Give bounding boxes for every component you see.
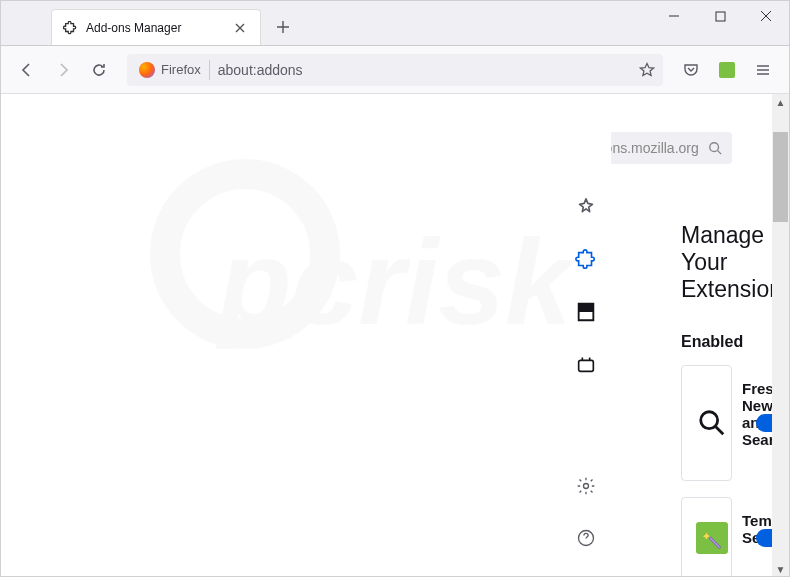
browser-tab[interactable]: Add-ons Manager xyxy=(51,9,261,45)
category-sidebar xyxy=(561,94,611,577)
svg-rect-3 xyxy=(579,304,594,310)
scroll-down-icon[interactable]: ▼ xyxy=(772,561,789,577)
minimize-button[interactable] xyxy=(651,0,697,32)
find-more-row: Find more add-ons xyxy=(681,114,732,182)
content-area: pcrisk Find more add-ons xyxy=(1,94,789,577)
main-panel: Find more add-ons Manage Your Extensions… xyxy=(611,94,772,577)
back-button[interactable] xyxy=(11,54,43,86)
extension-card[interactable]: Freshy Newtab and Search This add-on req… xyxy=(681,365,732,481)
svg-point-2 xyxy=(165,174,325,334)
titlebar: Add-ons Manager xyxy=(1,1,789,46)
page-title: Manage Your Extensions xyxy=(681,222,772,303)
svg-point-5 xyxy=(584,484,589,489)
extension-toggle[interactable] xyxy=(756,529,772,547)
svg-text:pcrisk: pcrisk xyxy=(215,215,577,349)
search-icon xyxy=(708,141,722,155)
close-tab-icon[interactable] xyxy=(230,18,250,38)
svg-rect-0 xyxy=(716,12,725,21)
new-tab-button[interactable] xyxy=(269,13,297,41)
scrollbar[interactable]: ▲ ▼ xyxy=(772,94,789,577)
addon-search-input[interactable] xyxy=(611,140,708,156)
forward-button[interactable] xyxy=(47,54,79,86)
plugins-icon[interactable] xyxy=(572,350,600,378)
scroll-up-icon[interactable]: ▲ xyxy=(772,94,789,111)
identity-label: Firefox xyxy=(161,62,201,77)
extension-toggle[interactable] xyxy=(756,414,772,432)
svg-point-7 xyxy=(710,143,719,152)
tab-title: Add-ons Manager xyxy=(86,21,230,35)
recommendations-icon[interactable] xyxy=(572,194,600,222)
themes-icon[interactable] xyxy=(572,298,600,326)
help-icon[interactable] xyxy=(572,524,600,552)
scrollbar-thumb[interactable] xyxy=(773,132,788,222)
wand-icon xyxy=(696,522,728,554)
enabled-section-title: Enabled xyxy=(681,333,732,351)
maximize-button[interactable] xyxy=(697,0,743,32)
toolbar: Firefox xyxy=(1,46,789,94)
svg-point-9 xyxy=(701,412,718,429)
reload-button[interactable] xyxy=(83,54,115,86)
close-window-button[interactable] xyxy=(743,0,789,32)
app-menu-button[interactable] xyxy=(747,54,779,86)
magnifier-icon xyxy=(696,407,728,439)
header-row: Manage Your Extensions xyxy=(681,222,732,303)
extension-button[interactable] xyxy=(711,54,743,86)
svg-rect-4 xyxy=(579,360,594,371)
url-input[interactable] xyxy=(218,62,639,78)
puzzle-icon xyxy=(62,20,78,36)
firefox-logo-icon xyxy=(139,62,155,78)
window-controls xyxy=(651,0,789,45)
addon-search-box[interactable] xyxy=(611,132,732,164)
extension-card[interactable]: Template Search This add-on requests per… xyxy=(681,497,732,577)
url-bar[interactable]: Firefox xyxy=(127,54,663,86)
pocket-button[interactable] xyxy=(675,54,707,86)
identity-box[interactable]: Firefox xyxy=(135,60,210,80)
extensions-icon[interactable] xyxy=(572,246,600,274)
bookmark-star-icon[interactable] xyxy=(639,62,655,78)
settings-icon[interactable] xyxy=(572,472,600,500)
